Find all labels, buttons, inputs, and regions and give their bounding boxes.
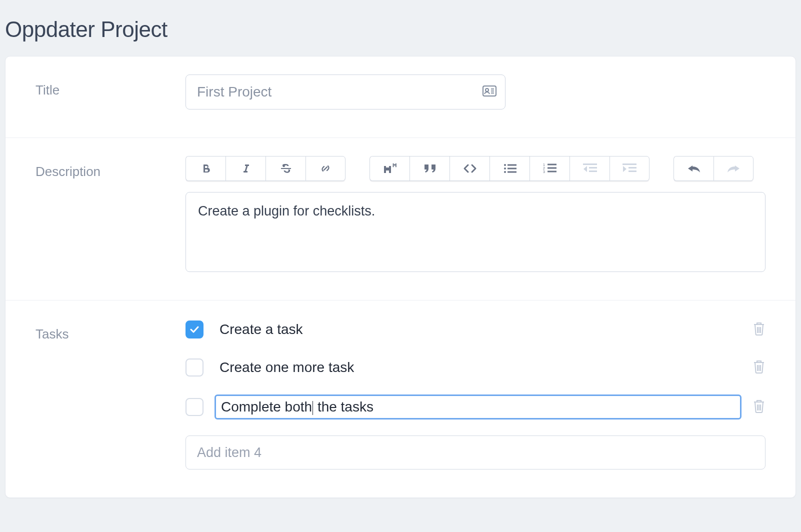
svg-rect-6 (508, 164, 516, 166)
svg-rect-16 (548, 171, 556, 172)
page-title: Oppdater Project (5, 17, 796, 42)
section-tasks: Tasks Create a task Create one more task (6, 300, 796, 498)
code-button[interactable] (450, 156, 490, 181)
delete-task-button[interactable] (752, 398, 766, 416)
svg-rect-22 (628, 167, 636, 168)
svg-point-7 (504, 168, 506, 170)
text-caret (312, 401, 313, 415)
link-button[interactable] (306, 156, 346, 181)
svg-rect-21 (622, 164, 636, 165)
undo-icon (686, 164, 702, 173)
heading-button[interactable] (370, 156, 410, 181)
svg-rect-18 (589, 167, 597, 168)
svg-rect-17 (583, 164, 597, 165)
bold-icon (200, 162, 212, 174)
delete-task-button[interactable] (752, 321, 766, 338)
svg-text:2: 2 (543, 166, 545, 170)
bold-button[interactable] (186, 156, 226, 181)
blockquote-button[interactable] (410, 156, 450, 181)
id-card-icon (482, 86, 496, 98)
indent-increase-icon (622, 163, 636, 174)
italic-button[interactable] (226, 156, 266, 181)
section-description: Description (6, 138, 796, 300)
task-label[interactable]: Create a task (214, 318, 742, 340)
svg-text:3: 3 (543, 170, 545, 174)
task-checkbox[interactable] (186, 398, 204, 416)
tasks-label: Tasks (36, 318, 186, 470)
svg-rect-23 (628, 170, 636, 172)
italic-icon (240, 162, 252, 174)
task-checkbox[interactable] (186, 358, 204, 376)
toolbar-group-history (674, 156, 754, 181)
svg-rect-0 (483, 86, 496, 96)
add-item-input[interactable] (186, 436, 766, 470)
toolbar-group-block: 123 (370, 156, 650, 181)
link-icon (319, 162, 332, 175)
delete-task-button[interactable] (752, 359, 766, 376)
description-label: Description (36, 156, 186, 272)
svg-point-9 (504, 171, 506, 173)
task-row: Create one more task (186, 356, 766, 378)
svg-rect-8 (508, 168, 516, 170)
heading-icon (383, 163, 397, 174)
task-text-after-caret: the tasks (314, 399, 374, 414)
redo-button[interactable] (714, 156, 754, 181)
svg-marker-24 (623, 166, 626, 172)
svg-rect-19 (589, 170, 597, 172)
description-editor[interactable]: Create a plugin for checklists. (186, 192, 766, 272)
indent-increase-button[interactable] (610, 156, 650, 181)
bullet-list-button[interactable] (490, 156, 530, 181)
strikethrough-button[interactable] (266, 156, 306, 181)
task-label[interactable]: Create one more task (214, 356, 742, 378)
svg-rect-14 (548, 168, 556, 169)
indent-decrease-button[interactable] (570, 156, 610, 181)
redo-icon (726, 164, 741, 173)
title-label: Title (36, 74, 186, 110)
svg-point-5 (504, 164, 506, 166)
svg-rect-12 (548, 164, 556, 166)
bullet-list-icon (503, 163, 517, 174)
svg-text:1: 1 (543, 163, 545, 166)
svg-point-1 (486, 88, 488, 92)
ordered-list-button[interactable]: 123 (530, 156, 570, 181)
task-label-editing[interactable]: Complete both the tasks (214, 394, 742, 420)
add-item-row (186, 436, 766, 470)
title-input[interactable] (186, 74, 506, 110)
task-row: Complete both the tasks (186, 394, 766, 420)
svg-marker-20 (584, 166, 587, 172)
toolbar-group-format (186, 156, 346, 181)
form-card: Title (5, 56, 796, 498)
quote-icon (424, 164, 436, 174)
editor-toolbar: 123 (186, 156, 766, 181)
task-row: Create a task (186, 318, 766, 340)
indent-decrease-icon (583, 163, 597, 174)
task-checkbox[interactable] (186, 320, 204, 338)
section-title: Title (6, 56, 796, 138)
undo-button[interactable] (674, 156, 714, 181)
ordered-list-icon: 123 (543, 163, 557, 174)
code-icon (463, 164, 477, 174)
svg-rect-10 (508, 172, 516, 173)
strikethrough-icon (280, 162, 292, 174)
task-text-before-caret: Complete both (221, 399, 312, 414)
